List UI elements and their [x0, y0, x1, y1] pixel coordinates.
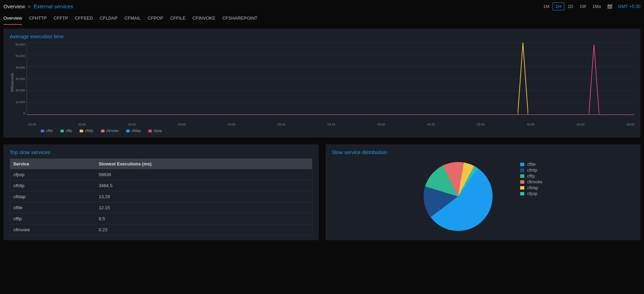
- tab-cffeed[interactable]: CFFEED: [75, 16, 93, 25]
- cell-service: cfinvoke: [10, 224, 96, 235]
- breadcrumb-root[interactable]: Overview: [3, 3, 25, 9]
- time-range-1w[interactable]: 1W: [576, 2, 589, 10]
- gridline: [27, 102, 634, 103]
- timezone-label[interactable]: GMT +5:30: [618, 4, 641, 9]
- pie-legend-item-cffile[interactable]: cffile: [520, 162, 542, 167]
- baseline: [27, 114, 634, 115]
- tab-overview[interactable]: Overview: [3, 16, 22, 25]
- legend-item-cfftp[interactable]: cfftp: [60, 129, 72, 133]
- gridline: [27, 54, 634, 55]
- tab-cfmail[interactable]: CFMAIL: [125, 16, 141, 25]
- legend-swatch: [148, 130, 152, 132]
- legend-swatch: [80, 130, 83, 132]
- pie-chart-legend: cffilecfhttpcfftpcfinvokecfldapcfpop: [520, 162, 542, 196]
- legend-swatch: [60, 130, 64, 132]
- legend-swatch: [520, 192, 524, 195]
- pie-chart: [424, 162, 493, 231]
- y-tick: 20,000: [16, 89, 25, 92]
- tab-cfsharepoint[interactable]: CFSHAREPOINT: [222, 16, 257, 25]
- legend-swatch: [520, 169, 524, 172]
- y-axis-ticks: 60,00050,00040,00030,00020,00010,0000: [14, 43, 27, 115]
- legend-item-cffile[interactable]: cffile: [41, 129, 53, 133]
- cell-service: cffile: [10, 202, 96, 213]
- tab-cfinvoke[interactable]: CFINVOKE: [192, 16, 215, 25]
- legend-swatch: [520, 180, 524, 184]
- table-header-value[interactable]: Slowest Executions (ms): [95, 159, 312, 169]
- x-tick: 03:35: [527, 123, 535, 126]
- avg-execution-time-title: Average execution time: [10, 33, 634, 39]
- x-tick: 03:45: [626, 123, 634, 126]
- x-axis-ticks: 02:4502:5002:5503:0003:0503:1003:1503:20…: [28, 123, 634, 126]
- legend-label: cfpop: [527, 191, 537, 196]
- pie-legend-item-cfinvoke[interactable]: cfinvoke: [520, 180, 542, 184]
- legend-swatch: [126, 130, 130, 132]
- service-tabs: OverviewCFHTTPCFFTPCFFEEDCFLDAPCFMAILCFP…: [0, 9, 644, 25]
- x-tick: 03:20: [377, 123, 385, 126]
- gridline: [27, 79, 634, 79]
- table-header-service[interactable]: Service: [10, 159, 96, 169]
- tab-cfpop[interactable]: CFPOP: [148, 16, 163, 25]
- breadcrumb-leaf[interactable]: External services: [34, 3, 73, 9]
- legend-label: cfldap: [527, 185, 538, 190]
- top-slow-services-table: Service Slowest Executions (ms) cfpop586…: [10, 159, 313, 235]
- line-chart: Milliseconds 60,00050,00040,00030,00020,…: [10, 43, 634, 122]
- table-row[interactable]: cfldap13.29: [10, 191, 313, 202]
- y-tick: 0: [23, 112, 25, 115]
- pie-legend-item-cfhttp[interactable]: cfhttp: [520, 168, 542, 173]
- legend-label: cfpop: [153, 129, 162, 133]
- pie-legend-item-cfldap[interactable]: cfldap: [520, 185, 542, 190]
- time-range-1m[interactable]: 1M: [540, 2, 553, 10]
- tab-cfldap[interactable]: CFLDAP: [100, 16, 117, 25]
- cell-value: 3484.5: [95, 180, 312, 191]
- svg-rect-3: [611, 4, 612, 5]
- calendar-icon[interactable]: [607, 4, 613, 9]
- x-tick: 03:15: [327, 123, 335, 126]
- pie-legend-item-cfftp[interactable]: cfftp: [520, 174, 542, 179]
- x-tick: 03:25: [427, 123, 435, 126]
- table-row[interactable]: cfpop58636: [10, 169, 313, 180]
- tab-cfftp[interactable]: CFFTP: [53, 16, 68, 25]
- y-tick: 50,000: [16, 54, 25, 58]
- y-tick: 40,000: [16, 66, 25, 69]
- spike-cfpop: [589, 44, 599, 115]
- time-range-1mo[interactable]: 1Mo: [589, 2, 604, 10]
- tab-cfhttp[interactable]: CFHTTP: [29, 16, 47, 25]
- time-range-1d[interactable]: 1D: [564, 2, 576, 10]
- breadcrumb: Overview > External services: [3, 3, 73, 9]
- gridline: [27, 67, 634, 67]
- gridline: [27, 42, 634, 43]
- legend-item-cfldap[interactable]: cfldap: [126, 129, 141, 133]
- cell-service: cfldap: [10, 191, 96, 202]
- x-tick: 02:45: [28, 123, 36, 126]
- legend-label: cffile: [527, 162, 535, 167]
- cell-value: 58636: [95, 169, 312, 180]
- legend-label: cfhttp: [527, 168, 537, 173]
- table-row[interactable]: cfhttp3484.5: [10, 180, 313, 191]
- avg-execution-time-panel: Average execution time Milliseconds 60,0…: [3, 29, 641, 138]
- breadcrumb-sep: >: [28, 3, 31, 9]
- tab-cffile[interactable]: CFFILE: [170, 16, 186, 25]
- time-range-controls: 1M1H1D1W1Mo GMT +5:30: [540, 4, 641, 9]
- legend-swatch: [520, 186, 524, 190]
- legend-label: cfftp: [527, 174, 535, 179]
- table-row[interactable]: cfftp8.5: [10, 213, 313, 224]
- legend-item-cfpop[interactable]: cfpop: [148, 129, 162, 133]
- y-tick: 10,000: [16, 100, 25, 104]
- legend-item-cfhttp[interactable]: cfhttp: [80, 129, 93, 133]
- cell-value: 0.23: [95, 224, 312, 235]
- table-row[interactable]: cffile12.15: [10, 202, 313, 213]
- legend-label: cffile: [46, 129, 53, 133]
- legend-item-cfinvoke[interactable]: cfinvoke: [101, 129, 119, 133]
- svg-rect-2: [608, 4, 609, 5]
- x-tick: 02:55: [128, 123, 136, 126]
- pie-legend-item-cfpop[interactable]: cfpop: [520, 191, 542, 196]
- y-tick: 60,000: [16, 43, 25, 46]
- time-range-1h[interactable]: 1H: [553, 2, 565, 10]
- legend-swatch: [520, 163, 524, 166]
- legend-swatch: [41, 130, 44, 132]
- spike-cfhttp: [518, 43, 528, 115]
- slow-service-distribution-title: Slow service distribution: [332, 149, 635, 155]
- cell-value: 12.15: [95, 202, 312, 213]
- table-row[interactable]: cfinvoke0.23: [10, 224, 313, 235]
- y-tick: 30,000: [16, 77, 25, 81]
